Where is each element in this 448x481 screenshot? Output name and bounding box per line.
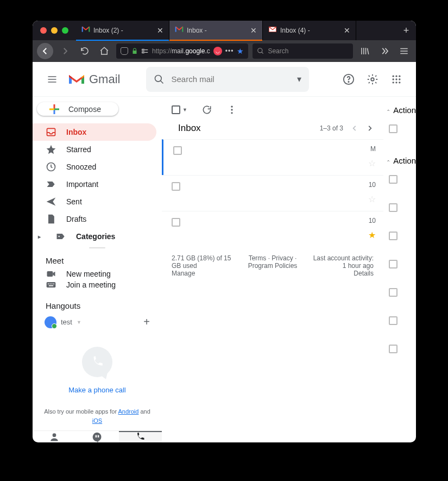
- tab-close-icon[interactable]: ✕: [344, 27, 350, 34]
- menu-button[interactable]: [396, 43, 412, 59]
- settings-button[interactable]: [362, 68, 383, 90]
- pager: 1–3 of 3: [320, 124, 374, 132]
- svg-rect-0: [82, 27, 83, 32]
- svg-rect-45: [50, 284, 51, 285]
- bookmark-star-icon[interactable]: ★: [237, 47, 244, 55]
- pager-prev-button[interactable]: [351, 124, 358, 132]
- mail-row[interactable]: 10 ★: [162, 211, 383, 247]
- policies-link[interactable]: Program Policies: [248, 262, 298, 270]
- svg-line-14: [368, 48, 369, 54]
- svg-point-32: [393, 82, 394, 83]
- titlebar: Inbox (2) - ✕ Inbox - ✕ Inbox (4) - ✕ +: [33, 21, 416, 40]
- action-item[interactable]: [383, 312, 416, 340]
- ios-link[interactable]: iOS: [92, 417, 102, 424]
- gmail-favicon-icon: [268, 26, 277, 35]
- select-all-button[interactable]: ▼: [172, 105, 187, 114]
- more-button[interactable]: [226, 104, 237, 115]
- terms-link[interactable]: Terms: [249, 254, 267, 262]
- overflow-button[interactable]: [377, 43, 392, 59]
- main-menu-button[interactable]: [41, 68, 63, 90]
- search-mail-input[interactable]: [171, 74, 291, 84]
- action-item[interactable]: [383, 255, 416, 284]
- activity-details-link[interactable]: Details: [354, 270, 374, 277]
- search-icon: [154, 74, 165, 85]
- sidebar-item-label: New meeting: [66, 270, 111, 278]
- browser-search-bar[interactable]: Search: [253, 43, 353, 59]
- star-icon[interactable]: ☆: [368, 158, 376, 168]
- mail-row[interactable]: M ☆: [162, 139, 383, 175]
- browser-tab[interactable]: Inbox (2) - ✕: [76, 21, 169, 40]
- action-item[interactable]: [383, 284, 416, 312]
- chevron-down-icon[interactable]: ▼: [77, 320, 81, 325]
- sidebar-item-important[interactable]: Important: [33, 176, 156, 193]
- phone-tab[interactable]: [119, 431, 162, 442]
- sidebar-item-starred[interactable]: Starred: [33, 141, 156, 158]
- hangouts-user[interactable]: test ▼ +: [33, 314, 162, 330]
- support-button[interactable]: [338, 68, 359, 90]
- compose-button[interactable]: Compose: [37, 102, 118, 116]
- zoom-window-button[interactable]: [62, 27, 68, 34]
- action-section-header[interactable]: Action: [383, 153, 416, 171]
- url-bar[interactable]: https://mail.google.c ◡ ••• ★: [116, 43, 248, 59]
- action-section-header[interactable]: Action: [383, 102, 416, 120]
- sidebar-item-inbox[interactable]: Inbox: [33, 123, 156, 141]
- minimize-window-button[interactable]: [51, 27, 58, 34]
- checkbox-icon: [172, 105, 180, 114]
- sidebar-item-categories[interactable]: ▸ Categories: [33, 228, 156, 245]
- library-button[interactable]: [357, 43, 373, 59]
- mail-row[interactable]: 10 ☆: [162, 175, 383, 211]
- action-item[interactable]: [383, 171, 416, 199]
- manage-storage-link[interactable]: Manage: [172, 270, 195, 277]
- action-item[interactable]: [383, 227, 416, 255]
- compose-label: Compose: [68, 105, 101, 114]
- browser-tab[interactable]: Inbox (4) - ✕: [263, 21, 356, 40]
- home-button[interactable]: [97, 43, 112, 59]
- svg-point-53: [231, 109, 232, 110]
- row-checkbox[interactable]: [172, 182, 180, 191]
- make-phone-call-link[interactable]: Make a phone call: [42, 386, 152, 394]
- checkbox-icon: [389, 345, 397, 353]
- privacy-link[interactable]: Privacy: [272, 254, 293, 262]
- svg-point-28: [399, 75, 400, 77]
- meet-join-meeting[interactable]: Join a meeting: [33, 279, 156, 290]
- sidebar-item-sent[interactable]: Sent: [33, 193, 156, 210]
- apps-button[interactable]: [386, 68, 407, 90]
- browser-tab[interactable]: Inbox - ✕: [169, 21, 263, 40]
- star-icon[interactable]: ★: [368, 230, 376, 240]
- android-link[interactable]: Android: [118, 408, 139, 415]
- gmail-favicon-icon: [175, 26, 184, 35]
- action-item[interactable]: [383, 120, 416, 148]
- back-button[interactable]: [37, 43, 53, 59]
- sidebar-item-snoozed[interactable]: Snoozed: [33, 158, 156, 176]
- refresh-button[interactable]: [201, 104, 212, 115]
- action-item[interactable]: [383, 199, 416, 227]
- checkbox-icon: [389, 124, 397, 133]
- gmail-logo-icon: [67, 72, 86, 86]
- add-contact-button[interactable]: +: [143, 316, 150, 328]
- pocket-icon[interactable]: ◡: [213, 47, 222, 55]
- page-actions-icon[interactable]: •••: [225, 47, 234, 55]
- forward-button[interactable]: [58, 43, 73, 59]
- meet-new-meeting[interactable]: New meeting: [33, 268, 156, 279]
- pager-next-button[interactable]: [366, 124, 374, 132]
- action-item[interactable]: [383, 340, 416, 368]
- sidebar-nav: Inbox Starred Snoozed Important Sent: [33, 123, 162, 245]
- search-options-dropdown-icon[interactable]: ▾: [297, 74, 301, 84]
- permissions-icon[interactable]: [141, 47, 149, 55]
- tab-close-icon[interactable]: ✕: [157, 27, 163, 34]
- reload-button[interactable]: [77, 43, 92, 59]
- row-checkbox[interactable]: [173, 146, 182, 155]
- contacts-tab[interactable]: [33, 431, 75, 442]
- star-icon[interactable]: ☆: [368, 194, 376, 204]
- close-window-button[interactable]: [40, 27, 47, 34]
- tab-close-icon[interactable]: ✕: [250, 27, 257, 34]
- search-mail-box[interactable]: ▾: [146, 67, 309, 92]
- sidebar-item-drafts[interactable]: Drafts: [33, 210, 156, 228]
- gmail-logo[interactable]: Gmail: [67, 72, 120, 86]
- footer-links: Terms · Privacy · Program Policies: [242, 254, 304, 277]
- phone-bubble-icon: [82, 347, 112, 377]
- new-tab-button[interactable]: +: [396, 25, 416, 36]
- tab-title: Inbox -: [187, 27, 207, 34]
- hangouts-tab[interactable]: [75, 431, 118, 442]
- row-checkbox[interactable]: [172, 218, 180, 227]
